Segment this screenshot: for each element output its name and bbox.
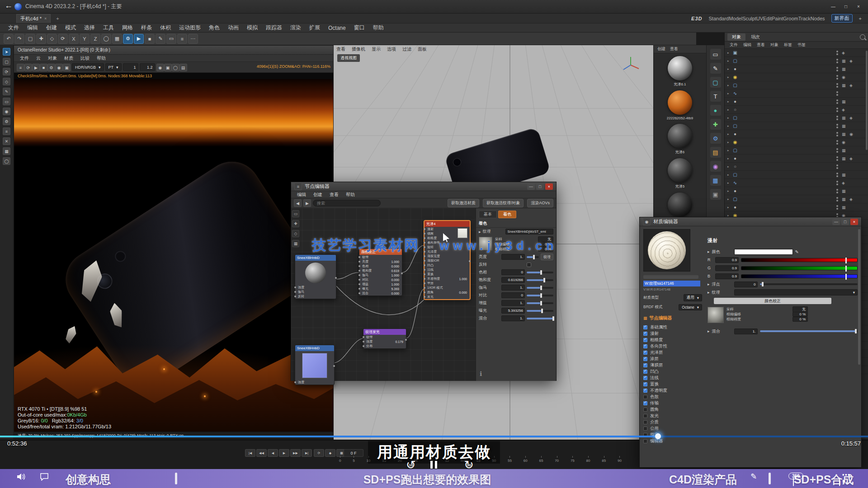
tab-objects[interactable]: 对象 [727, 33, 745, 41]
visibility-dots[interactable] [836, 205, 838, 210]
octane-tool-icon[interactable]: ◉ [55, 64, 63, 71]
tool-icon[interactable]: ⚙ [3, 117, 10, 125]
node-editor-titlebar[interactable]: ≡ 节点编辑器 — □ × [291, 182, 556, 191]
channel-checkbox[interactable] [643, 389, 647, 393]
document-tab[interactable]: 手机c4d * × [16, 14, 51, 23]
expand-icon[interactable]: ▸ [708, 282, 710, 286]
parameter-slider[interactable] [527, 302, 553, 304]
expand-icon[interactable]: ▸ [479, 230, 481, 234]
viewport-menu-item[interactable]: 显示 [372, 46, 381, 52]
object-manager-scrollbar[interactable] [866, 51, 868, 150]
visibility-dots[interactable] [836, 51, 838, 55]
menu-item[interactable]: 帮助 [369, 24, 387, 32]
toolbar-icon[interactable]: X [69, 34, 79, 44]
blur-scale-field[interactable]: 0 % [793, 317, 808, 322]
toolbar-icon[interactable]: Z [90, 34, 100, 44]
skip-back-10-button[interactable]: ↺10 [406, 458, 416, 472]
channel-item[interactable]: 漫射 [643, 330, 702, 337]
menu-item[interactable]: 编辑 [24, 24, 42, 32]
workspace-tab[interactable]: Sculpt [742, 16, 756, 21]
materials-menu-item[interactable]: 查看 [670, 46, 678, 52]
visibility-dots[interactable] [836, 140, 838, 145]
channel-gradient-slider[interactable] [741, 266, 858, 270]
octane-tool-icon[interactable]: ◯ [172, 64, 179, 71]
object-row[interactable]: ▸ ▦ [725, 187, 868, 195]
object-row[interactable]: ▸ ▦ ◈ [725, 57, 868, 65]
node-port-row[interactable]: 漫射 [425, 227, 470, 231]
node-port-row[interactable]: 强度 [295, 380, 334, 385]
menu-item[interactable]: 体积 [156, 24, 175, 32]
octane-field-2[interactable]: 1.2 [140, 63, 155, 71]
help-icon[interactable]: ℹ [480, 370, 482, 377]
expand-icon[interactable]: ▸ [727, 100, 732, 103]
channel-checkbox[interactable] [643, 414, 647, 418]
parameter-slider[interactable] [527, 256, 539, 258]
volume-icon[interactable] [16, 473, 26, 483]
node-port-row[interactable]: 1/IOR 模式 [425, 286, 470, 290]
menu-item[interactable]: 扩展 [306, 24, 324, 32]
octane-kernel-select[interactable]: PT▾ [105, 63, 122, 71]
object-row[interactable]: ▸ ▦ ◉ [725, 130, 868, 138]
expand-icon[interactable]: ▸ [727, 108, 732, 112]
node-port-row[interactable]: 混合0.000 [359, 291, 402, 296]
object-row[interactable]: ▸ ▦ [725, 98, 868, 106]
channel-checkbox[interactable] [643, 357, 647, 361]
octane-tool-icon[interactable]: ■ [40, 64, 47, 71]
material-editor-titlebar[interactable]: ◉ 材质编辑器 — □ × [640, 217, 861, 226]
channel-value-field[interactable]: 0.9 [715, 265, 739, 271]
channel-item[interactable]: 公用 [643, 425, 702, 432]
octane-tool-icon[interactable]: ▣ [164, 64, 172, 71]
pencil-icon[interactable]: ✎ [750, 472, 757, 481]
channel-checkbox[interactable] [643, 338, 647, 342]
get-active-texture-button[interactable]: 获取激活纹理/对象 [483, 199, 524, 207]
toolbar-icon[interactable]: ⚙ [123, 34, 133, 44]
panel-tool-icon[interactable]: ▤ [710, 147, 721, 158]
object-tags[interactable]: ▦ [842, 99, 865, 104]
360-badge[interactable]: 360 [788, 473, 803, 479]
node-side-tool-icon[interactable]: ▭ [292, 210, 299, 217]
cast-icon[interactable] [839, 478, 840, 486]
channel-item[interactable]: 传输 [643, 400, 702, 406]
menu-item[interactable]: 运动图形 [175, 24, 204, 32]
visibility-dots[interactable] [836, 124, 838, 128]
tab-basic[interactable]: 基本 [479, 211, 497, 218]
node-texture-emission[interactable]: 纹理发光 纹理强度0.179分布 [363, 328, 406, 349]
tab-shading[interactable]: 着色 [498, 211, 516, 218]
parameter-slider[interactable] [527, 310, 553, 312]
menu-item[interactable]: 网格 [118, 24, 137, 32]
channel-checkbox[interactable] [643, 325, 647, 329]
channel-item[interactable]: 薄膜层 [643, 362, 702, 368]
octane-titlebar[interactable]: OctaneRender Studio+ 2022.1-[R8] (0 天剩余) [14, 46, 333, 55]
channel-value-field[interactable]: 0.9 [715, 257, 739, 263]
material-sphere-thumbnail[interactable] [668, 124, 692, 148]
octane-tool-icon[interactable]: ▶ [32, 64, 40, 71]
material-item[interactable]: 光泽6 [654, 121, 706, 155]
object-row[interactable]: ▸ [725, 163, 868, 171]
node-port-row[interactable]: 镜面 [425, 231, 470, 236]
minimize-button[interactable]: — [527, 183, 535, 190]
channel-item[interactable]: 各向异性 [643, 343, 702, 349]
object-tags[interactable]: ▦ ◉ [842, 132, 865, 136]
color-swatch[interactable] [734, 249, 793, 255]
expand-icon[interactable]: ▸ [727, 141, 732, 144]
expand-icon[interactable]: ▸ [727, 92, 732, 95]
viewport-menu-item[interactable]: 过滤 [402, 46, 411, 52]
visibility-dots[interactable] [836, 75, 838, 80]
node-port-row[interactable]: 薄膜IOR [425, 258, 470, 263]
node-port-row[interactable]: 不透明度1.000 [425, 277, 470, 281]
node-editor-menu-item[interactable]: 编辑 [294, 192, 309, 198]
node-color-correction[interactable]: 颜色校正 纹理亮度1.000色相0.000饱和度0.619伽马1.000对比0.… [359, 249, 402, 296]
material-item[interactable] [654, 190, 706, 219]
visibility-dots[interactable] [836, 132, 838, 136]
visibility-dots[interactable] [836, 83, 838, 88]
parameter-slider[interactable] [527, 295, 553, 296]
panel-tool-icon[interactable]: ▦ [710, 175, 721, 186]
material-item[interactable]: 222262052-4tb9 [654, 88, 706, 121]
video-progress-handle[interactable] [655, 433, 661, 439]
pin-icon[interactable]: ◉ [643, 218, 651, 225]
panel-tool-icon[interactable]: ● [710, 105, 721, 116]
node-side-tool-icon[interactable]: ◇ [292, 230, 299, 237]
close-button[interactable]: × [854, 3, 863, 11]
toolbar-icon[interactable]: ↷ [14, 34, 24, 44]
parameter-slider[interactable] [527, 272, 553, 273]
